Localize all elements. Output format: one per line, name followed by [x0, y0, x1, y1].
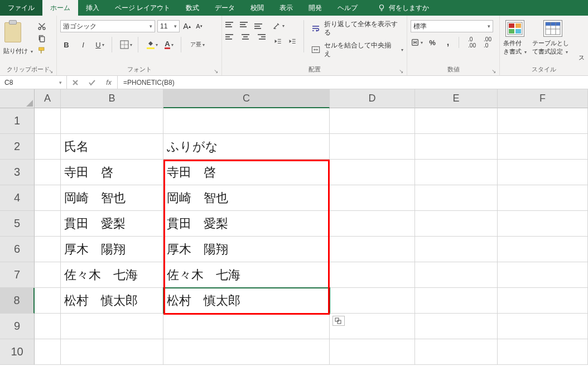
number-format-combo[interactable]: 標準▾ [411, 20, 493, 32]
enter-formula-button[interactable] [84, 76, 100, 89]
tab-insert[interactable]: 挿入 [78, 0, 107, 16]
underline-button[interactable]: U▾ [94, 39, 106, 50]
dialog-launcher-icon[interactable]: ↘ [399, 68, 403, 74]
cell-B5[interactable]: 貫田 愛梨 [61, 211, 163, 237]
cell-D6[interactable] [330, 237, 415, 262]
row-header-9[interactable]: 9 [0, 314, 35, 339]
format-as-table-button[interactable]: テーブルとして書式設定 ▾ [532, 20, 573, 56]
cell-A10[interactable] [35, 339, 61, 365]
phonetic-button[interactable]: ア亜▾ [189, 39, 206, 50]
tell-me[interactable]: 何をしますか [370, 0, 437, 16]
align-bottom-button[interactable] [254, 20, 266, 29]
cell-D7[interactable] [330, 262, 415, 288]
cell-B4[interactable]: 岡崎 智也 [61, 185, 163, 211]
tab-page-layout[interactable]: ページ レイアウト [107, 0, 178, 16]
cell-B8[interactable]: 松村 慎太郎 [61, 288, 163, 314]
percent-button[interactable]: % [426, 37, 438, 48]
tab-file[interactable]: ファイル [0, 0, 42, 16]
row-header-6[interactable]: 6 [0, 237, 35, 262]
cell-C4[interactable]: 岡崎 智也 [163, 185, 330, 211]
font-size-combo[interactable]: 11▾ [157, 20, 180, 32]
cell-C9[interactable] [163, 314, 330, 339]
cell-C6[interactable]: 厚木 陽翔 [163, 237, 330, 262]
cell-E9[interactable] [415, 314, 498, 339]
accounting-format-button[interactable]: ▾ [411, 37, 423, 48]
name-box[interactable]: C8 ▾ [0, 76, 67, 89]
column-header-D[interactable]: D [330, 89, 415, 108]
fill-color-button[interactable]: ▾ [146, 39, 158, 50]
tab-help[interactable]: ヘルプ [330, 0, 365, 16]
border-button[interactable]: ▾ [120, 39, 132, 50]
cell-F9[interactable] [498, 314, 588, 339]
cell-D8[interactable] [330, 288, 415, 314]
cell-E10[interactable] [415, 339, 498, 365]
cell-C7[interactable]: 佐々木 七海 [163, 262, 330, 288]
cell-F5[interactable] [498, 211, 588, 237]
increase-indent-button[interactable] [287, 36, 299, 47]
column-header-A[interactable]: A [35, 89, 61, 108]
dialog-launcher-icon[interactable]: ↘ [214, 68, 218, 74]
cell-A5[interactable] [35, 211, 61, 237]
cell-A9[interactable] [35, 314, 61, 339]
cell-B7[interactable]: 佐々木 七海 [61, 262, 163, 288]
paste-button[interactable]: 貼り付け ▾ [3, 20, 33, 55]
decrease-indent-button[interactable] [272, 36, 285, 47]
autofill-options-button[interactable] [332, 316, 345, 326]
tab-formulas[interactable]: 数式 [178, 0, 207, 16]
font-color-button[interactable]: A▾ [163, 39, 175, 50]
cell-F10[interactable] [498, 339, 588, 365]
cell-A4[interactable] [35, 185, 61, 211]
conditional-format-button[interactable]: 条件付き書式 ▾ [503, 20, 527, 56]
cut-button[interactable] [36, 21, 47, 31]
cell-C3[interactable]: 寺田 啓 [163, 160, 330, 185]
column-header-F[interactable]: F [498, 89, 588, 108]
cell-E7[interactable] [415, 262, 498, 288]
formula-input[interactable]: =PHONETIC(B8) [118, 76, 588, 89]
row-header-8[interactable]: 8 [0, 288, 35, 314]
cell-D2[interactable] [330, 134, 415, 160]
align-left-button[interactable] [225, 32, 237, 41]
tab-data[interactable]: データ [207, 0, 243, 16]
row-header-3[interactable]: 3 [0, 160, 35, 185]
cell-B10[interactable] [61, 339, 163, 365]
cell-C8[interactable]: 松村 慎太郎 [163, 288, 330, 314]
cell-C2[interactable]: ふりがな [163, 134, 330, 160]
font-name-combo[interactable]: 游ゴシック▾ [60, 20, 155, 32]
increase-decimal-button[interactable]: .0.00 [466, 37, 478, 48]
cell-B2[interactable]: 氏名 [61, 134, 163, 160]
tab-home[interactable]: ホーム [42, 0, 78, 16]
row-header-4[interactable]: 4 [0, 185, 35, 211]
align-middle-button[interactable] [240, 20, 251, 29]
row-header-1[interactable]: 1 [0, 108, 35, 134]
cell-D10[interactable] [330, 339, 415, 365]
cell-B3[interactable]: 寺田 啓 [61, 160, 163, 185]
cell-F6[interactable] [498, 237, 588, 262]
row-header-7[interactable]: 7 [0, 262, 35, 288]
row-header-10[interactable]: 10 [0, 339, 35, 365]
cell-B6[interactable]: 厚木 陽翔 [61, 237, 163, 262]
column-header-C[interactable]: C [163, 89, 330, 108]
cell-B1[interactable] [61, 108, 163, 134]
cancel-formula-button[interactable] [67, 76, 84, 89]
decrease-font-button[interactable]: A▾ [194, 21, 204, 31]
cell-D5[interactable] [330, 211, 415, 237]
align-top-button[interactable] [225, 20, 237, 29]
cell-F8[interactable] [498, 288, 588, 314]
cell-F4[interactable] [498, 185, 588, 211]
wrap-text-button[interactable]: 折り返して全体を表示する [311, 20, 403, 37]
tab-developer[interactable]: 開発 [301, 0, 330, 16]
cell-B9[interactable] [61, 314, 163, 339]
cell-A2[interactable] [35, 134, 61, 160]
cell-C10[interactable] [163, 339, 330, 365]
cell-E1[interactable] [415, 108, 498, 134]
format-painter-button[interactable] [36, 46, 47, 56]
column-header-B[interactable]: B [61, 89, 163, 108]
orientation-button[interactable]: ▾ [272, 20, 285, 31]
decrease-decimal-button[interactable]: .00.0 [481, 37, 494, 48]
cell-C5[interactable]: 貫田 愛梨 [163, 211, 330, 237]
dialog-launcher-icon[interactable]: ↘ [49, 68, 53, 74]
comma-button[interactable]: , [442, 37, 454, 48]
cell-E2[interactable] [415, 134, 498, 160]
cell-D1[interactable] [330, 108, 415, 134]
copy-button[interactable] [36, 33, 47, 44]
